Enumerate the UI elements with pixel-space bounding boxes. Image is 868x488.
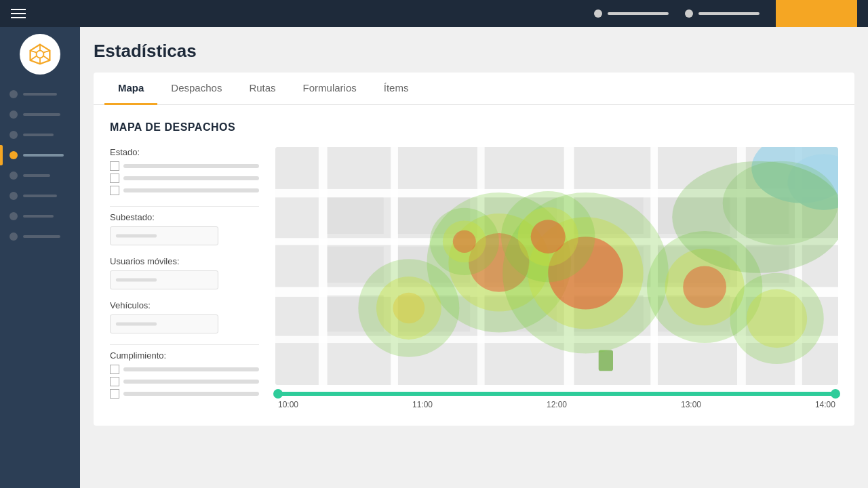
filter-cumplimiento-row-2: [110, 377, 259, 386]
filter-usuarios-label: Usuarios móviles:: [110, 256, 259, 266]
filter-estado-cb-2[interactable]: [110, 174, 119, 183]
timeline: 10:00 11:00 12:00 13:00 14:00: [275, 392, 838, 409]
filter-estado-row-3: [110, 186, 259, 195]
svg-rect-20: [328, 197, 384, 234]
filter-subestado-input[interactable]: [110, 226, 218, 245]
svg-line-4: [43, 56, 50, 60]
filter-estado-row-1: [110, 161, 259, 171]
svg-point-58: [683, 266, 726, 308]
nav-slider-1[interactable]: [608, 12, 669, 15]
hamburger-menu[interactable]: [11, 9, 26, 18]
nav-control-1: [594, 9, 669, 18]
topnav: [0, 0, 868, 27]
filter-estado-cb-1[interactable]: [110, 161, 119, 171]
filter-estado-line-3: [123, 188, 259, 192]
orange-button[interactable]: [776, 0, 857, 27]
map-streets-svg: [275, 147, 838, 385]
filter-usuarios-input[interactable]: [110, 270, 218, 289]
filter-divider-1: [110, 206, 259, 207]
timeline-label-0: 10:00: [278, 400, 298, 409]
timeline-label-2: 12:00: [547, 400, 567, 409]
filter-estado-cb-3[interactable]: [110, 186, 119, 195]
filter-estado-row-2: [110, 174, 259, 183]
timeline-label-1: 11:00: [412, 400, 433, 409]
timeline-thumb-left[interactable]: [273, 389, 283, 399]
content-area: Estadísticas Mapa Despachos Rutas Formul…: [80, 27, 868, 488]
svg-point-1: [37, 51, 44, 58]
sidebar-item-4[interactable]: [0, 145, 80, 165]
page-title: Estadísticas: [94, 41, 854, 62]
sidebar-line-4: [23, 154, 64, 157]
timeline-label-3: 13:00: [681, 400, 701, 409]
svg-line-7: [31, 51, 37, 53]
timeline-label-4: 14:00: [815, 400, 835, 409]
sidebar-items: [0, 84, 80, 247]
sidebar-line-2: [23, 113, 60, 116]
tab-formularios[interactable]: Formularios: [290, 73, 370, 105]
filter-cumplimiento-row-1: [110, 365, 259, 374]
filter-cumplimiento-cb-3[interactable]: [110, 389, 119, 399]
sidebar-item-8[interactable]: [0, 226, 80, 247]
sidebar-item-3[interactable]: [0, 125, 80, 145]
logo-icon: [28, 42, 52, 66]
sidebar-item-1[interactable]: [0, 84, 80, 104]
sidebar-line-5: [23, 174, 50, 177]
filter-cumplimiento-cb-1[interactable]: [110, 365, 119, 374]
filter-vehiculos: Vehículos:: [110, 300, 259, 333]
filter-estado: Estado:: [110, 147, 259, 195]
sidebar-line-8: [23, 235, 60, 238]
filter-subestado-label: Subestado:: [110, 212, 259, 222]
svg-line-3: [43, 51, 50, 53]
sidebar-item-2[interactable]: [0, 104, 80, 125]
map-canvas[interactable]: [275, 147, 838, 385]
svg-line-6: [31, 56, 37, 60]
filter-cumplimiento-line-3: [123, 392, 259, 396]
sidebar-line-1: [23, 93, 57, 96]
filter-vehiculos-label: Vehículos:: [110, 300, 259, 310]
sidebar: [0, 27, 80, 488]
nav-control-2: [685, 9, 760, 18]
tabs-container: Mapa Despachos Rutas Formularios Ítems: [94, 73, 854, 105]
map-layout: Estado:: [110, 147, 838, 409]
sidebar-line-3: [23, 134, 54, 136]
filter-divider-2: [110, 344, 259, 345]
map-card: MAPA DE DESPACHOS Estado:: [94, 105, 854, 426]
svg-point-62: [723, 161, 838, 245]
sidebar-item-7[interactable]: [0, 206, 80, 226]
filter-vehiculos-input[interactable]: [110, 314, 218, 333]
sidebar-dot-4: [9, 151, 18, 159]
filter-estado-label: Estado:: [110, 147, 259, 157]
timeline-fill: [278, 392, 835, 396]
svg-rect-13: [319, 147, 328, 385]
tab-items[interactable]: Ítems: [370, 73, 422, 105]
main-layout: Estadísticas Mapa Despachos Rutas Formul…: [0, 27, 868, 488]
filter-cumplimiento-label: Cumplimiento:: [110, 350, 259, 361]
timeline-thumb-right[interactable]: [831, 389, 840, 399]
nav-slider-2[interactable]: [698, 12, 760, 15]
filter-usuarios: Usuarios móviles:: [110, 256, 259, 289]
map-filters: Estado:: [110, 147, 259, 409]
map-card-title: MAPA DE DESPACHOS: [110, 121, 838, 134]
filter-estado-line-2: [123, 176, 259, 180]
timeline-track[interactable]: [278, 392, 835, 396]
sidebar-item-5[interactable]: [0, 165, 80, 186]
sidebar-item-6[interactable]: [0, 186, 80, 206]
tab-rutas[interactable]: Rutas: [235, 73, 289, 105]
tab-mapa[interactable]: Mapa: [104, 73, 157, 105]
filter-cumplimiento-line-2: [123, 380, 259, 384]
filter-cumplimiento: Cumplimiento:: [110, 350, 259, 399]
svg-point-60: [747, 289, 807, 348]
filter-cumplimiento-row-3: [110, 389, 259, 399]
svg-point-52: [393, 293, 425, 323]
filter-cumplimiento-line-1: [123, 367, 259, 371]
svg-point-49: [531, 220, 566, 253]
tab-despachos[interactable]: Despachos: [157, 73, 235, 105]
nav-dot-1: [594, 9, 602, 18]
sidebar-dot-7: [9, 212, 18, 220]
filter-cumplimiento-cb-2[interactable]: [110, 377, 119, 386]
sidebar-dot-1: [9, 90, 18, 98]
nav-dot-2: [685, 9, 693, 18]
topnav-right: [594, 0, 857, 27]
sidebar-logo[interactable]: [20, 34, 60, 75]
sidebar-dot-5: [9, 171, 18, 180]
